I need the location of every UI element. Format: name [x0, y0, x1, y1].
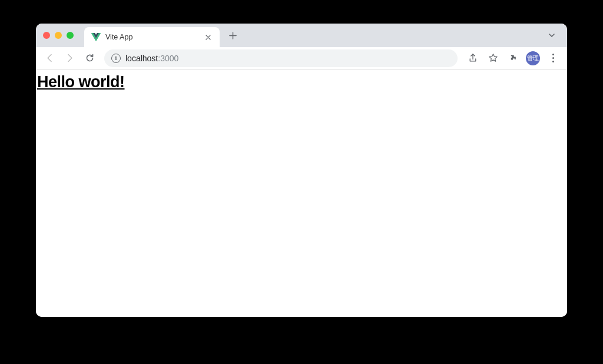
reload-button[interactable] — [81, 49, 98, 67]
share-button[interactable] — [463, 49, 482, 68]
tabs-dropdown-button[interactable] — [544, 27, 560, 44]
bookmark-button[interactable] — [483, 49, 502, 68]
extensions-button[interactable] — [503, 49, 522, 68]
menu-button[interactable] — [544, 49, 562, 68]
tab-close-button[interactable] — [203, 32, 213, 42]
profile-label: 管理 — [527, 54, 539, 62]
vue-logo-icon — [91, 32, 101, 42]
info-icon[interactable]: i — [111, 54, 121, 63]
back-button[interactable] — [41, 49, 58, 67]
profile-button[interactable]: 管理 — [526, 51, 540, 65]
tab-bar-right — [544, 27, 560, 44]
address-bar[interactable]: i localhost:3000 — [104, 49, 458, 67]
tab-title: Vite App — [105, 33, 198, 41]
kebab-icon — [552, 54, 554, 62]
window-maximize-button[interactable] — [67, 32, 74, 39]
window-controls — [43, 32, 74, 39]
page-heading: Hello world! — [37, 73, 566, 91]
window-close-button[interactable] — [43, 32, 50, 39]
tab-bar: Vite App — [36, 24, 567, 47]
new-tab-button[interactable] — [224, 27, 241, 44]
forward-button[interactable] — [61, 49, 78, 67]
toolbar-right: 管理 — [463, 49, 562, 68]
window-minimize-button[interactable] — [55, 32, 62, 39]
active-tab[interactable]: Vite App — [84, 27, 220, 47]
browser-window: Vite App i localhost:3000 — [36, 24, 567, 317]
toolbar: i localhost:3000 管理 — [36, 47, 567, 70]
page-content: Hello world! — [36, 70, 567, 317]
url-port: :3000 — [158, 54, 178, 63]
url-text: localhost:3000 — [125, 54, 178, 63]
url-host: localhost — [125, 54, 158, 63]
